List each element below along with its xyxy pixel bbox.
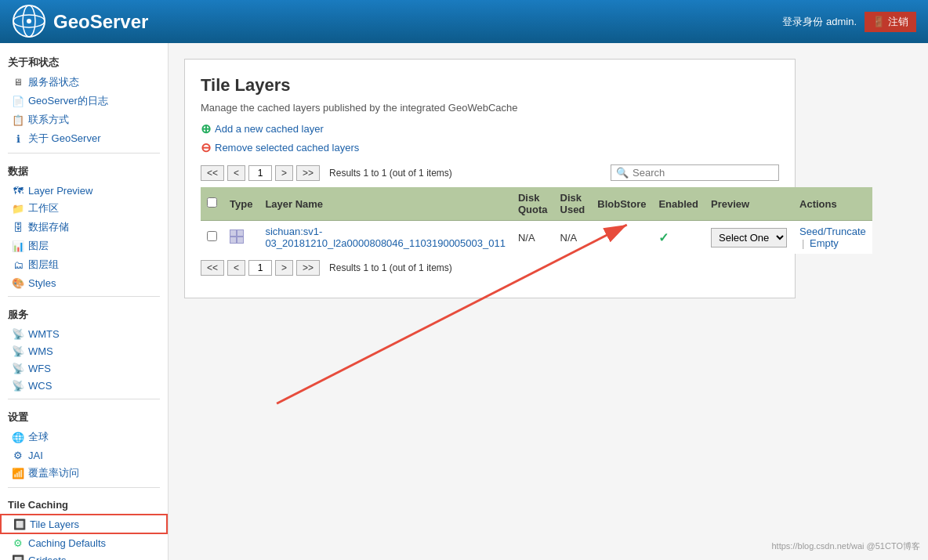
monitor-icon: 🖥 [12,76,24,89]
row-disk-quota-cell: N/A [512,221,554,255]
coverage-icon: 📶 [12,467,24,479]
add-cached-layer-link[interactable]: ⊕ Add a new cached layer [201,121,779,136]
logout-icon: 🚪 [872,16,885,27]
pagination-controls-top: << < > >> Results 1 to 1 (out of 1 items… [201,165,452,181]
sidebar-item-wmts[interactable]: 📡 WMTS [0,325,168,342]
divider-4 [8,487,160,488]
row-enabled-cell: ✓ [652,221,705,255]
svg-rect-7 [230,237,236,243]
header-right: 登录身份 admin. 🚪 注销 [782,12,916,32]
sidebar-item-wfs[interactable]: 📡 WFS [0,359,168,377]
sidebar-item-layergroup[interactable]: 🗂 图层组 [0,255,168,274]
preview-select[interactable]: Select One [711,228,787,247]
section-settings: 设置 [0,404,168,428]
sidebar-item-server-status[interactable]: 🖥 服务器状态 [0,73,168,92]
sidebar-item-tile-layers[interactable]: 🔲 Tile Layers [0,514,168,534]
sidebar-item-geoserver-log[interactable]: 📄 GeoServer的日志 [0,92,168,110]
content-box: Tile Layers Manage the cached layers pub… [184,59,796,298]
section-tile-caching: Tile Caching [0,493,168,514]
divider-3 [8,399,160,399]
row-checkbox-cell [201,221,223,255]
row-type-cell [223,221,259,255]
sidebar-item-global[interactable]: 🌐 全球 [0,428,168,446]
logout-button[interactable]: 🚪 注销 [865,12,916,32]
pagination-controls-bottom: << < > >> Results 1 to 1 (out of 1 items… [201,260,452,276]
layer-preview-icon: 🗺 [12,184,24,197]
jai-icon: ⚙ [12,449,24,461]
row-disk-used-cell: N/A [554,221,592,255]
svg-point-3 [27,19,31,23]
enabled-check-icon: ✓ [658,231,669,244]
page-number-input-bottom[interactable] [248,260,272,276]
section-about: 关于和状态 [0,49,168,73]
layout: 关于和状态 🖥 服务器状态 📄 GeoServer的日志 📋 联系方式 ℹ 关于… [0,43,928,560]
col-layer-name: Layer Name [259,187,512,221]
sidebar-item-workspace[interactable]: 📁 工作区 [0,199,168,218]
sidebar-item-jai[interactable]: ⚙ JAI [0,446,168,464]
page-info-bottom: Results 1 to 1 (out of 1 items) [329,262,452,273]
info-icon: ℹ [12,132,24,145]
section-data: 数据 [0,158,168,182]
page-description: Manage the cached layers published by th… [201,102,779,114]
sidebar-item-styles[interactable]: 🎨 Styles [0,274,168,291]
sidebar-item-datastore[interactable]: 🗄 数据存储 [0,218,168,237]
sidebar-item-gridsets[interactable]: 🔲 Gridsets [0,551,168,560]
wms-icon: 📡 [12,345,24,357]
table-header-row: Type Layer Name DiskQuota DiskUsed BlobS… [201,187,872,221]
wmts-icon: 📡 [12,327,24,340]
col-disk-used: DiskUsed [554,187,592,221]
empty-link[interactable]: Empty [810,237,839,249]
user-label: 登录身份 admin. [782,15,857,29]
row-blobstore-cell [591,221,652,255]
layergroup-icon: 🗂 [12,258,24,271]
first-page-btn-bottom[interactable]: << [201,260,224,276]
layer-name-link[interactable]: sichuan:sv1-03_20181210_l2a0000808046_11… [265,226,506,249]
row-layer-name-cell: sichuan:sv1-03_20181210_l2a0000808046_11… [259,221,512,255]
contact-icon: 📋 [12,114,24,126]
header-checkbox [201,187,223,221]
gridsets-icon: 🔲 [12,554,24,560]
tilelayers-icon: 🔲 [13,518,26,530]
table-row: sichuan:sv1-03_20181210_l2a0000808046_11… [201,221,872,255]
sidebar-item-about[interactable]: ℹ 关于 GeoServer [0,129,168,148]
sidebar-item-layer[interactable]: 📊 图层 [0,237,168,255]
tile-layers-table: Type Layer Name DiskQuota DiskUsed BlobS… [201,187,872,254]
last-page-btn-top[interactable]: >> [296,165,320,181]
col-enabled: Enabled [652,187,705,221]
page-number-input-top[interactable] [248,165,272,181]
sidebar-item-wms[interactable]: 📡 WMS [0,342,168,359]
svg-rect-5 [230,230,236,236]
prev-page-btn-bottom[interactable]: < [227,260,245,276]
next-page-btn-top[interactable]: > [275,165,293,181]
page-info-top: Results 1 to 1 (out of 1 items) [329,168,452,179]
sidebar-item-layer-preview[interactable]: 🗺 Layer Preview [0,182,168,199]
seed-truncate-link[interactable]: Seed/Truncate [799,226,866,237]
row-checkbox[interactable] [207,231,217,241]
wcs-icon: 📡 [12,379,24,392]
divider-1 [8,153,160,154]
cachingdefaults-icon: ⚙ [12,537,24,549]
pagination-bottom: << < > >> Results 1 to 1 (out of 1 items… [201,260,779,276]
svg-rect-6 [237,230,243,236]
next-page-btn-bottom[interactable]: > [275,260,293,276]
sidebar-item-contact[interactable]: 📋 联系方式 [0,110,168,129]
col-type: Type [223,187,259,221]
first-page-btn-top[interactable]: << [201,165,224,181]
search-input[interactable] [633,167,774,179]
table-wrapper: Type Layer Name DiskQuota DiskUsed BlobS… [201,187,779,254]
globe-icon: 🌐 [12,431,24,443]
sidebar-item-wcs[interactable]: 📡 WCS [0,377,168,394]
watermark: https://blog.csdn.net/wai @51CTO博客 [772,540,921,552]
sidebar-item-coverage[interactable]: 📶 覆盖率访问 [0,464,168,482]
divider-2 [8,296,160,297]
col-blobstore: BlobStore [591,187,652,221]
sidebar-item-caching-defaults[interactable]: ⚙ Caching Defaults [0,534,168,551]
select-all-checkbox[interactable] [207,197,217,208]
col-actions: Actions [793,187,872,221]
styles-icon: 🎨 [12,276,24,289]
prev-page-btn-top[interactable]: < [227,165,245,181]
remove-cached-layers-link[interactable]: ⊖ Remove selected cached layers [201,140,779,155]
logo-text: GeoServer [53,11,148,33]
pagination-top: << < > >> Results 1 to 1 (out of 1 items… [201,164,779,181]
last-page-btn-bottom[interactable]: >> [296,260,320,276]
